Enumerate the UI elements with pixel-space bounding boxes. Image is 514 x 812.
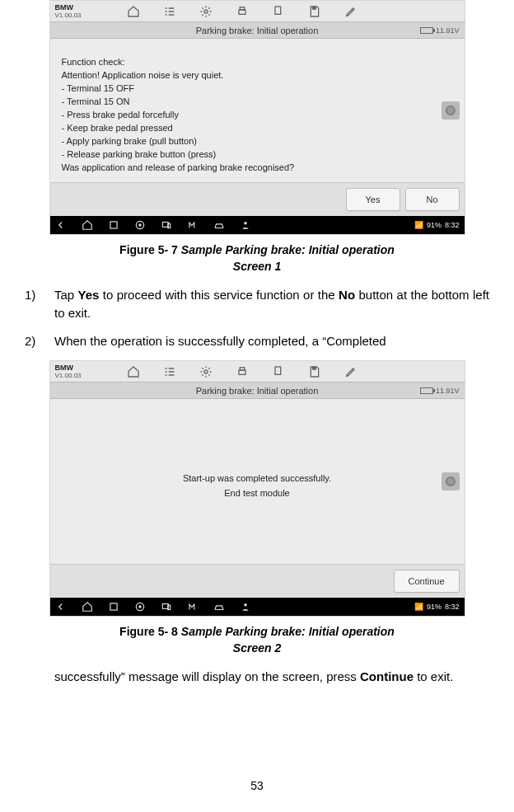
content-line: Was application and release of parking b… [62, 161, 453, 174]
svg-point-18 [138, 605, 142, 608]
edit-icon[interactable] [342, 364, 360, 379]
continue-button[interactable]: Continue [394, 570, 460, 593]
svg-point-10 [244, 222, 247, 225]
doc-icon[interactable] [269, 364, 287, 379]
battery-icon [420, 27, 433, 34]
no-button[interactable]: No [405, 188, 460, 211]
page-number: 53 [250, 779, 264, 792]
save-icon[interactable] [306, 4, 324, 19]
save-icon[interactable] [306, 364, 324, 379]
clock-area: 📶 91% 8:32 [414, 221, 460, 229]
gear-icon[interactable] [197, 4, 215, 19]
battery-pct: 91% [427, 221, 442, 229]
brand-block: BMW V1.00.03 [50, 361, 100, 382]
step-2-body: When the operation is successfully compl… [54, 332, 489, 350]
svg-rect-2 [240, 7, 244, 9]
content-line: - Terminal 15 OFF [62, 82, 453, 95]
print-icon[interactable] [233, 364, 251, 379]
nav-home-icon[interactable] [82, 601, 93, 613]
figure-1-caption: Figure 5- 7 Sample Parking brake: Initia… [25, 242, 489, 275]
svg-rect-4 [312, 7, 315, 9]
top-icon-row [100, 361, 465, 382]
list-icon[interactable] [161, 364, 179, 379]
figure-2-caption: Figure 5- 8 Sample Parking brake: Initia… [25, 623, 489, 656]
nav-home-icon[interactable] [82, 219, 93, 231]
list-icon[interactable] [161, 4, 179, 19]
wifi-icon: 📶 [414, 221, 423, 229]
figure-1-caption-rest: Sample Parking brake: Initial operation [181, 243, 395, 256]
content-area: Function check: Attention! Application n… [50, 39, 465, 182]
back-icon[interactable] [55, 219, 67, 231]
content-line: Function check: [62, 55, 453, 68]
screenshot-screen-2: BMW V1.00.03 Parking brake: Initial oper… [49, 360, 465, 617]
home-icon[interactable] [124, 364, 143, 379]
battery-pct: 91% [427, 603, 442, 611]
m-icon[interactable] [187, 219, 199, 231]
back-icon[interactable] [55, 601, 67, 613]
button-row: Yes No [50, 182, 465, 216]
figure-2-caption-lead: Figure 5- 8 [119, 625, 181, 638]
content-line: - Keep brake pedal pressed [62, 121, 453, 134]
svg-rect-9 [167, 223, 170, 228]
brand-version: V1.00.03 [55, 372, 95, 380]
figure-2-caption-rest: Sample Parking brake: Initial operation [181, 625, 395, 638]
car-icon[interactable] [213, 601, 225, 613]
clock-time: 8:32 [445, 603, 460, 611]
screenshot-screen-1: BMW V1.00.03 Parking brake: Initial oper… [49, 0, 465, 235]
svg-rect-16 [110, 603, 116, 610]
devices-icon[interactable] [161, 601, 172, 613]
svg-rect-14 [275, 367, 281, 374]
content-line: - Release parking brake button (press) [62, 148, 453, 161]
yes-button[interactable]: Yes [346, 188, 400, 211]
topbar: BMW V1.00.03 [50, 361, 465, 383]
wifi-icon: 📶 [414, 603, 423, 611]
svg-point-21 [244, 603, 247, 607]
print-icon[interactable] [233, 4, 251, 19]
doc-icon[interactable] [269, 4, 287, 19]
svg-rect-13 [240, 367, 244, 369]
svg-rect-15 [312, 367, 315, 369]
topbar: BMW V1.00.03 [50, 1, 465, 22]
battery-icon [420, 387, 433, 394]
home-icon[interactable] [124, 4, 143, 19]
step-1-body: Tap Yes to proceed with this service fun… [54, 286, 489, 322]
top-icon-row [100, 1, 465, 21]
svg-point-0 [204, 10, 208, 13]
battery-value: 11.91V [436, 26, 460, 35]
battery-value: 11.91V [436, 387, 460, 395]
gear-icon[interactable] [197, 364, 215, 379]
chrome-icon[interactable] [134, 601, 146, 613]
brand-name: BMW [55, 3, 95, 12]
camera-icon[interactable] [442, 101, 460, 120]
figure-1-caption-line2: Screen 1 [233, 260, 281, 273]
figure-1-caption-lead: Figure 5- 7 [119, 243, 181, 256]
content-area: Start-up was completed successfully. End… [50, 399, 465, 564]
titlebar: Parking brake: Initial operation 11.91V [50, 383, 465, 399]
svg-rect-5 [110, 222, 116, 228]
svg-point-7 [138, 223, 142, 227]
m-icon[interactable] [187, 601, 199, 613]
recent-icon[interactable] [108, 219, 119, 231]
svg-rect-20 [167, 605, 170, 609]
camera-icon[interactable] [442, 472, 460, 490]
step-2-number: 2) [25, 332, 44, 350]
battery-indicator: 11.91V [420, 26, 460, 35]
svg-rect-1 [239, 10, 245, 14]
devices-icon[interactable] [161, 219, 172, 231]
figure-2-caption-line2: Screen 2 [233, 641, 281, 655]
content-line: Attention! Application noise is very qui… [62, 68, 453, 82]
continuation-post: to exit. [414, 669, 453, 683]
button-row: Continue [50, 564, 465, 598]
edit-icon[interactable] [342, 4, 360, 19]
brand-block: BMW V1.00.03 [50, 1, 100, 21]
person-icon[interactable] [240, 601, 251, 613]
recent-icon[interactable] [108, 601, 119, 613]
content-line: - Terminal 15 ON [62, 95, 453, 108]
battery-indicator: 11.91V [420, 387, 460, 395]
continuation-paragraph: successfully” message will display on th… [54, 668, 489, 686]
content-line: - Press brake pedal forcefully [62, 108, 453, 121]
chrome-icon[interactable] [134, 219, 146, 231]
car-icon[interactable] [213, 219, 225, 231]
svg-point-11 [204, 370, 208, 373]
person-icon[interactable] [240, 219, 251, 231]
